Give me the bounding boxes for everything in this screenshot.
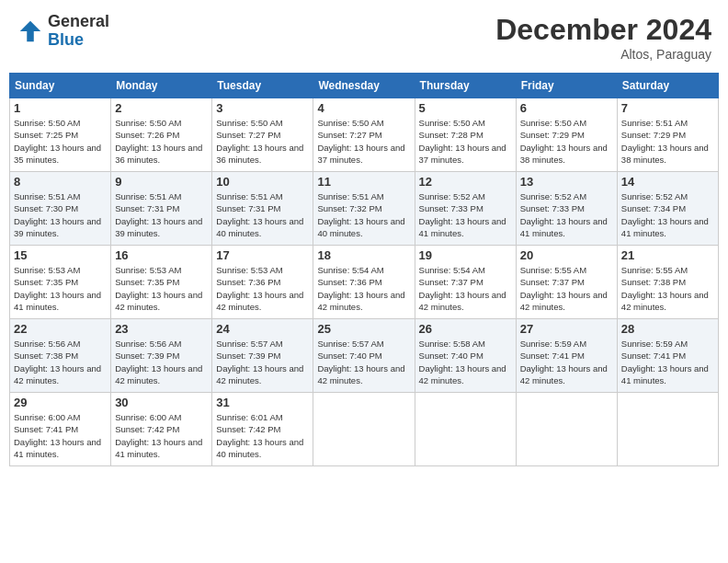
calendar-cell: 13 Sunrise: 5:52 AMSunset: 7:33 PMDaylig… [516, 172, 617, 246]
calendar-cell [617, 393, 718, 466]
day-number: 21 [621, 248, 714, 262]
day-number: 20 [520, 248, 613, 262]
day-info: Sunrise: 5:55 AMSunset: 7:38 PMDaylight:… [621, 264, 714, 313]
logo: General Blue [17, 13, 109, 50]
day-info: Sunrise: 5:56 AMSunset: 7:38 PMDaylight:… [14, 338, 107, 386]
calendar-cell: 8 Sunrise: 5:51 AMSunset: 7:30 PMDayligh… [10, 172, 111, 246]
logo-blue: Blue [48, 31, 109, 50]
calendar-cell: 2 Sunrise: 5:50 AMSunset: 7:26 PMDayligh… [111, 98, 212, 172]
day-number: 18 [317, 248, 410, 262]
calendar-cell: 11 Sunrise: 5:51 AMSunset: 7:32 PMDaylig… [313, 172, 415, 246]
calendar-cell: 30 Sunrise: 6:00 AMSunset: 7:42 PMDaylig… [111, 393, 212, 466]
calendar-cell: 22 Sunrise: 5:56 AMSunset: 7:38 PMDaylig… [10, 319, 111, 393]
weekday-header-row: SundayMondayTuesdayWednesdayThursdayFrid… [10, 74, 719, 98]
weekday-header-friday: Friday [516, 74, 617, 98]
weekday-header-sunday: Sunday [10, 74, 111, 98]
logo-general: General [48, 13, 109, 31]
svg-marker-0 [20, 21, 41, 42]
calendar-cell [313, 393, 415, 466]
day-info: Sunrise: 6:01 AMSunset: 7:42 PMDaylight:… [216, 411, 309, 460]
day-info: Sunrise: 5:51 AMSunset: 7:29 PMDaylight:… [621, 117, 714, 166]
day-info: Sunrise: 5:59 AMSunset: 7:41 PMDaylight:… [621, 338, 714, 386]
day-info: Sunrise: 6:00 AMSunset: 7:41 PMDaylight:… [14, 411, 107, 460]
month-title: December 2024 [495, 13, 711, 47]
calendar-cell: 4 Sunrise: 5:50 AMSunset: 7:27 PMDayligh… [313, 98, 415, 172]
weekday-header-tuesday: Tuesday [212, 74, 313, 98]
calendar-cell: 31 Sunrise: 6:01 AMSunset: 7:42 PMDaylig… [212, 393, 313, 466]
logo-text: General Blue [48, 13, 109, 50]
calendar-week-row: 29 Sunrise: 6:00 AMSunset: 7:41 PMDaylig… [10, 393, 719, 466]
calendar-cell [516, 393, 617, 466]
title-section: December 2024 Altos, Paraguay [495, 13, 711, 62]
day-number: 15 [14, 248, 107, 262]
calendar-cell: 18 Sunrise: 5:54 AMSunset: 7:36 PMDaylig… [313, 246, 415, 319]
day-info: Sunrise: 5:50 AMSunset: 7:25 PMDaylight:… [14, 117, 107, 166]
day-info: Sunrise: 5:52 AMSunset: 7:33 PMDaylight:… [419, 190, 512, 239]
day-info: Sunrise: 5:51 AMSunset: 7:31 PMDaylight:… [115, 190, 208, 239]
day-info: Sunrise: 5:52 AMSunset: 7:33 PMDaylight:… [520, 190, 613, 239]
calendar-cell: 14 Sunrise: 5:52 AMSunset: 7:34 PMDaylig… [617, 172, 718, 246]
calendar-cell: 19 Sunrise: 5:54 AMSunset: 7:37 PMDaylig… [415, 246, 516, 319]
day-number: 30 [115, 396, 208, 409]
weekday-header-wednesday: Wednesday [313, 74, 415, 98]
calendar-cell: 1 Sunrise: 5:50 AMSunset: 7:25 PMDayligh… [10, 98, 111, 172]
day-info: Sunrise: 5:56 AMSunset: 7:39 PMDaylight:… [115, 338, 208, 386]
calendar-week-row: 22 Sunrise: 5:56 AMSunset: 7:38 PMDaylig… [10, 319, 719, 393]
day-info: Sunrise: 5:59 AMSunset: 7:41 PMDaylight:… [520, 338, 613, 386]
calendar-cell: 3 Sunrise: 5:50 AMSunset: 7:27 PMDayligh… [212, 98, 313, 172]
weekday-header-monday: Monday [111, 74, 212, 98]
day-number: 3 [216, 101, 309, 115]
day-number: 28 [621, 322, 714, 336]
day-number: 23 [115, 322, 208, 336]
calendar-cell: 5 Sunrise: 5:50 AMSunset: 7:28 PMDayligh… [415, 98, 516, 172]
calendar-week-row: 15 Sunrise: 5:53 AMSunset: 7:35 PMDaylig… [10, 246, 719, 319]
day-number: 6 [520, 101, 613, 115]
day-number: 11 [317, 175, 410, 189]
calendar-cell: 24 Sunrise: 5:57 AMSunset: 7:39 PMDaylig… [212, 319, 313, 393]
day-number: 7 [621, 101, 714, 115]
calendar-cell: 16 Sunrise: 5:53 AMSunset: 7:35 PMDaylig… [111, 246, 212, 319]
day-number: 25 [317, 322, 410, 336]
day-info: Sunrise: 5:54 AMSunset: 7:37 PMDaylight:… [419, 264, 512, 313]
calendar-table: SundayMondayTuesdayWednesdayThursdayFrid… [9, 73, 719, 466]
day-number: 5 [419, 101, 512, 115]
location-subtitle: Altos, Paraguay [495, 47, 711, 62]
day-info: Sunrise: 5:57 AMSunset: 7:39 PMDaylight:… [216, 338, 309, 386]
day-info: Sunrise: 5:55 AMSunset: 7:37 PMDaylight:… [520, 264, 613, 313]
day-number: 12 [419, 175, 512, 189]
day-info: Sunrise: 5:50 AMSunset: 7:27 PMDaylight:… [317, 117, 410, 166]
day-info: Sunrise: 5:51 AMSunset: 7:32 PMDaylight:… [317, 190, 410, 239]
day-info: Sunrise: 5:57 AMSunset: 7:40 PMDaylight:… [317, 338, 410, 386]
day-info: Sunrise: 5:50 AMSunset: 7:29 PMDaylight:… [520, 117, 613, 166]
day-info: Sunrise: 5:50 AMSunset: 7:26 PMDaylight:… [115, 117, 208, 166]
day-number: 13 [520, 175, 613, 189]
day-number: 17 [216, 248, 309, 262]
day-number: 27 [520, 322, 613, 336]
calendar-cell: 25 Sunrise: 5:57 AMSunset: 7:40 PMDaylig… [313, 319, 415, 393]
calendar-cell [415, 393, 516, 466]
calendar-cell: 21 Sunrise: 5:55 AMSunset: 7:38 PMDaylig… [617, 246, 718, 319]
day-info: Sunrise: 5:58 AMSunset: 7:40 PMDaylight:… [419, 338, 512, 386]
day-info: Sunrise: 5:51 AMSunset: 7:31 PMDaylight:… [216, 190, 309, 239]
day-info: Sunrise: 5:52 AMSunset: 7:34 PMDaylight:… [621, 190, 714, 239]
day-info: Sunrise: 6:00 AMSunset: 7:42 PMDaylight:… [115, 411, 208, 460]
day-number: 19 [419, 248, 512, 262]
calendar-cell: 7 Sunrise: 5:51 AMSunset: 7:29 PMDayligh… [617, 98, 718, 172]
day-info: Sunrise: 5:53 AMSunset: 7:35 PMDaylight:… [14, 264, 107, 313]
day-number: 1 [14, 101, 107, 115]
day-number: 24 [216, 322, 309, 336]
calendar-cell: 6 Sunrise: 5:50 AMSunset: 7:29 PMDayligh… [516, 98, 617, 172]
day-number: 14 [621, 175, 714, 189]
calendar-cell: 28 Sunrise: 5:59 AMSunset: 7:41 PMDaylig… [617, 319, 718, 393]
calendar-cell: 26 Sunrise: 5:58 AMSunset: 7:40 PMDaylig… [415, 319, 516, 393]
day-number: 26 [419, 322, 512, 336]
calendar-cell: 27 Sunrise: 5:59 AMSunset: 7:41 PMDaylig… [516, 319, 617, 393]
day-number: 9 [115, 175, 208, 189]
calendar-cell: 29 Sunrise: 6:00 AMSunset: 7:41 PMDaylig… [10, 393, 111, 466]
calendar-cell: 12 Sunrise: 5:52 AMSunset: 7:33 PMDaylig… [415, 172, 516, 246]
day-info: Sunrise: 5:54 AMSunset: 7:36 PMDaylight:… [317, 264, 410, 313]
calendar-cell: 15 Sunrise: 5:53 AMSunset: 7:35 PMDaylig… [10, 246, 111, 319]
day-info: Sunrise: 5:51 AMSunset: 7:30 PMDaylight:… [14, 190, 107, 239]
day-info: Sunrise: 5:53 AMSunset: 7:36 PMDaylight:… [216, 264, 309, 313]
calendar-cell: 10 Sunrise: 5:51 AMSunset: 7:31 PMDaylig… [212, 172, 313, 246]
